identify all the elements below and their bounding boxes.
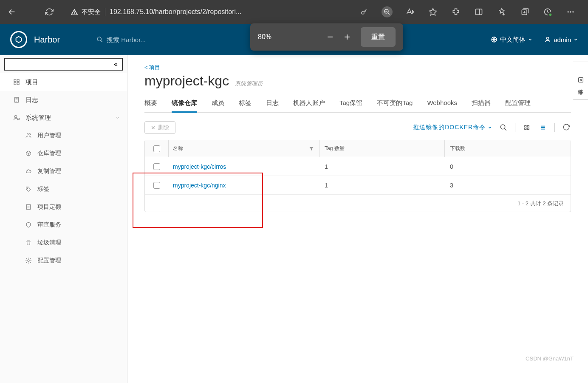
delete-button[interactable]: ✕ 删除 <box>144 121 175 134</box>
security-warning: 不安全 <box>71 8 101 16</box>
performance-icon[interactable] <box>542 6 553 17</box>
project-name: myproject-kgc <box>144 73 229 89</box>
tab-summary[interactable]: 概要 <box>144 95 157 112</box>
svg-rect-14 <box>17 82 19 85</box>
tab-config[interactable]: 配置管理 <box>505 95 531 112</box>
zoom-in-button[interactable]: + <box>339 31 356 43</box>
event-side-tab[interactable]: 事件 <box>573 62 588 100</box>
sidebar: « 项目 日志 系统管理 用户管理 仓库管理 复制管理 标签 <box>0 55 127 383</box>
sidebar-item-repo-mgmt[interactable]: 仓库管理 <box>0 145 127 162</box>
tag-icon <box>25 186 32 192</box>
back-button[interactable] <box>4 4 20 20</box>
user-label: admin <box>554 36 571 43</box>
sidebar-item-quota[interactable]: 项目定额 <box>0 198 127 216</box>
browser-chrome: 不安全 192.168.75.10/harbor/projects/2/repo… <box>0 0 588 24</box>
favorites-bar-icon[interactable] <box>496 6 507 17</box>
search-wrap <box>96 36 200 43</box>
language-selector[interactable]: 中文简体 <box>491 36 532 44</box>
push-command-link[interactable]: 推送镜像的DOCKER命令 <box>413 124 492 131</box>
tab-scanners[interactable]: 扫描器 <box>472 95 491 112</box>
repo-downloads: 3 <box>445 182 571 189</box>
svg-point-7 <box>572 11 574 12</box>
sidebar-item-user-mgmt[interactable]: 用户管理 <box>0 127 127 145</box>
refresh-button[interactable] <box>42 4 57 20</box>
sidebar-item-audit[interactable]: 审查服务 <box>0 216 127 234</box>
filter-icon[interactable] <box>309 146 319 151</box>
refresh-icon[interactable] <box>562 123 571 132</box>
gear-icon <box>25 257 32 264</box>
browser-toolbar-icons <box>359 6 584 17</box>
svg-rect-2 <box>476 9 482 14</box>
header-tags[interactable]: Tag 数量 <box>319 140 445 157</box>
zoom-icon[interactable] <box>382 6 393 17</box>
header-checkbox-cell <box>145 140 169 157</box>
svg-point-8 <box>97 37 101 41</box>
select-all-checkbox[interactable] <box>153 145 160 152</box>
tab-webhooks[interactable]: Webhooks <box>427 95 457 112</box>
key-icon[interactable] <box>359 6 370 17</box>
app-body: « 项目 日志 系统管理 用户管理 仓库管理 复制管理 标签 <box>0 55 588 383</box>
url-bar[interactable]: 不安全 192.168.75.10/harbor/projects/2/repo… <box>71 8 241 16</box>
repo-name-link[interactable]: myproject-kgc/nginx <box>169 182 319 189</box>
main-content: < 项目 myproject-kgc 系统管理员 概要 镜像仓库 成员 标签 日… <box>127 55 588 383</box>
table-footer: 1 - 2 共计 2 条记录 <box>145 195 571 212</box>
svg-point-20 <box>27 188 28 189</box>
sysadmin-icon <box>13 114 20 121</box>
repo-tags: 1 <box>319 182 445 189</box>
sidebar-icon[interactable] <box>473 6 484 17</box>
tab-immutable[interactable]: 不可变的Tag <box>377 95 413 112</box>
sidebar-item-projects[interactable]: 项目 <box>0 73 127 91</box>
view-grid-icon[interactable] <box>522 123 531 132</box>
tab-robots[interactable]: 机器人账户 <box>293 95 325 112</box>
table-header: 名称 Tag 数量 下载数 <box>145 140 571 157</box>
zoom-reset-button[interactable]: 重置 <box>361 27 396 47</box>
row-checkbox[interactable] <box>153 182 160 189</box>
zoom-out-button[interactable]: − <box>322 31 339 43</box>
sidebar-item-gc[interactable]: 垃圾清理 <box>0 234 127 252</box>
extensions-icon[interactable] <box>450 6 461 17</box>
user-menu[interactable]: admin <box>544 36 578 43</box>
tab-logs[interactable]: 日志 <box>266 95 279 112</box>
toolbar: ✕ 删除 推送镜像的DOCKER命令 <box>144 121 571 134</box>
tab-members[interactable]: 成员 <box>212 95 224 112</box>
sidebar-collapse-button[interactable]: « <box>4 58 123 71</box>
svg-rect-12 <box>17 79 19 82</box>
search-icon <box>96 36 103 43</box>
sidebar-label: 用户管理 <box>37 132 61 139</box>
sidebar-label: 系统管理 <box>25 114 51 122</box>
table-search-icon[interactable] <box>499 123 508 132</box>
sidebar-item-labels[interactable]: 标签 <box>0 180 127 198</box>
more-icon[interactable] <box>565 6 576 17</box>
header-name[interactable]: 名称 <box>169 140 319 157</box>
repo-name-link[interactable]: myproject-kgc/cirros <box>169 163 319 170</box>
sidebar-item-logs[interactable]: 日志 <box>0 91 127 109</box>
separator <box>554 123 555 132</box>
svg-point-17 <box>18 118 20 120</box>
header-downloads[interactable]: 下载数 <box>445 140 571 157</box>
svg-point-6 <box>570 11 571 12</box>
svg-rect-11 <box>14 79 16 82</box>
favorite-icon[interactable] <box>427 6 438 17</box>
tab-tag-retain[interactable]: Tag保留 <box>339 95 362 112</box>
harbor-logo <box>10 31 27 48</box>
separator <box>515 123 515 132</box>
view-list-icon[interactable] <box>538 123 548 132</box>
zoom-percentage: 80% <box>258 33 322 41</box>
chevron-down-icon <box>115 115 120 120</box>
search-input[interactable] <box>107 36 200 43</box>
tab-labels[interactable]: 标签 <box>239 95 252 112</box>
tab-repos[interactable]: 镜像仓库 <box>172 95 197 113</box>
table-row: myproject-kgc/nginx 1 3 <box>145 176 571 195</box>
shield-icon <box>25 221 32 228</box>
sidebar-label: 垃圾清理 <box>37 239 61 247</box>
collections-icon[interactable] <box>519 6 530 17</box>
breadcrumb-back[interactable]: < 项目 <box>144 64 571 71</box>
read-aloud-icon[interactable] <box>404 6 416 17</box>
sidebar-item-sysadmin[interactable]: 系统管理 <box>0 109 127 127</box>
sidebar-label: 仓库管理 <box>37 150 61 157</box>
row-checkbox[interactable] <box>153 163 160 170</box>
sidebar-item-config[interactable]: 配置管理 <box>0 252 127 270</box>
row-checkbox-cell <box>145 176 169 194</box>
sidebar-item-repl-mgmt[interactable]: 复制管理 <box>0 162 127 180</box>
svg-rect-24 <box>525 125 526 127</box>
